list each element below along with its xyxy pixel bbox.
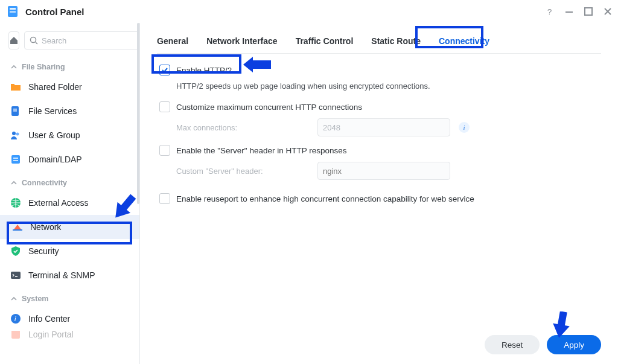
shield-icon: [10, 245, 22, 257]
server-header-checkbox[interactable]: [159, 145, 170, 156]
maximize-icon[interactable]: [584, 7, 593, 16]
globe-icon: [10, 197, 22, 209]
sidebar: File Sharing Shared Folder File Services…: [0, 23, 140, 364]
nav-label: Shared Folder: [28, 82, 82, 92]
group-label: System: [22, 295, 48, 303]
close-icon[interactable]: [604, 7, 612, 16]
group-label: File Sharing: [22, 63, 65, 71]
svg-rect-9: [13, 110, 17, 112]
svg-point-11: [16, 133, 19, 136]
nav-label: User & Group: [28, 130, 80, 140]
sidebar-group-connectivity[interactable]: Connectivity: [0, 171, 139, 191]
svg-text:?: ?: [547, 7, 552, 16]
svg-rect-15: [11, 272, 21, 279]
reset-button[interactable]: Reset: [485, 335, 540, 354]
svg-rect-1: [10, 8, 16, 10]
tab-connectivity[interactable]: Connectivity: [439, 30, 489, 53]
server-header-row: Enable the "Server" header in HTTP respo…: [159, 145, 601, 156]
chevron-up-icon: [11, 64, 17, 70]
loginportal-icon: [10, 331, 22, 340]
max-connections-label: Max connections:: [176, 123, 309, 132]
nav-label: Login Portal: [28, 331, 74, 339]
chevron-up-icon: [11, 180, 17, 186]
info-icon[interactable]: i: [459, 122, 470, 133]
usergroup-icon: [10, 129, 22, 141]
info-icon: i: [10, 313, 22, 325]
svg-rect-2: [10, 11, 16, 13]
apply-button[interactable]: Apply: [547, 335, 601, 354]
terminal-icon: [10, 269, 22, 281]
custom-header-label: Custom "Server" header:: [176, 167, 309, 176]
svg-point-6: [31, 37, 36, 43]
minimize-icon[interactable]: [565, 7, 573, 16]
sidebar-group-file-sharing[interactable]: File Sharing: [0, 56, 139, 75]
domain-icon: [10, 153, 22, 165]
svg-rect-18: [11, 331, 20, 339]
svg-rect-8: [13, 109, 17, 110]
svg-rect-5: [585, 8, 592, 15]
sidebar-item-info-center[interactable]: i Info Center: [0, 307, 139, 331]
sidebar-item-file-services[interactable]: File Services: [0, 99, 139, 123]
sidebar-item-login-portal[interactable]: Login Portal: [0, 331, 139, 342]
chevron-up-icon: [11, 296, 17, 302]
custom-header-input[interactable]: [317, 162, 450, 180]
nav-label: Network: [30, 222, 61, 232]
help-icon[interactable]: ?: [546, 7, 554, 16]
network-icon: [11, 221, 24, 233]
home-button[interactable]: [8, 31, 19, 49]
sidebar-item-shared-folder[interactable]: Shared Folder: [0, 75, 139, 99]
window-title: Control Panel: [25, 7, 546, 17]
svg-rect-14: [13, 229, 22, 231]
customize-max-row: Customize maximum concurrent HTTP connec…: [159, 101, 601, 112]
nav-label: Terminal & SNMP: [28, 270, 95, 280]
tabs: General Network Interface Traffic Contro…: [157, 30, 601, 54]
tab-network-interface[interactable]: Network Interface: [206, 30, 277, 53]
sidebar-item-external-access[interactable]: External Access: [0, 191, 139, 215]
enable-http2-label: Enable HTTP/2: [176, 66, 232, 75]
nav-label: Info Center: [28, 314, 70, 324]
nav-label: Domain/LDAP: [28, 155, 82, 164]
nav-label: Security: [28, 246, 59, 256]
sidebar-group-system[interactable]: System: [0, 287, 139, 307]
max-connections-input[interactable]: [317, 118, 450, 136]
search-icon: [30, 36, 38, 45]
sidebar-item-domain-ldap[interactable]: Domain/LDAP: [0, 147, 139, 171]
sidebar-item-user-group[interactable]: User & Group: [0, 123, 139, 147]
tab-traffic-control[interactable]: Traffic Control: [296, 30, 354, 53]
sidebar-item-terminal-snmp[interactable]: Terminal & SNMP: [0, 263, 139, 287]
tab-static-route[interactable]: Static Route: [371, 30, 421, 53]
tab-general[interactable]: General: [157, 30, 188, 53]
reuseport-label: Enable reuseport to enhance high concurr…: [176, 194, 474, 203]
svg-rect-12: [11, 155, 20, 164]
sidebar-item-network[interactable]: Network: [0, 215, 139, 239]
search-input[interactable]: [24, 31, 140, 49]
fileservices-icon: [10, 105, 22, 117]
nav-label: File Services: [28, 106, 77, 116]
reuseport-row: Enable reuseport to enhance high concurr…: [159, 193, 601, 204]
enable-http2-row: Enable HTTP/2: [159, 65, 601, 75]
svg-point-10: [12, 132, 16, 135]
svg-rect-4: [565, 11, 573, 13]
customize-max-checkbox[interactable]: [159, 101, 170, 112]
customize-max-label: Customize maximum concurrent HTTP connec…: [176, 103, 362, 112]
enable-http2-checkbox[interactable]: [159, 65, 170, 75]
nav-label: External Access: [28, 198, 89, 208]
sidebar-item-security[interactable]: Security: [0, 239, 139, 263]
reuseport-checkbox[interactable]: [159, 193, 170, 204]
server-header-label: Enable the "Server" header in HTTP respo…: [176, 146, 347, 155]
group-label: Connectivity: [22, 179, 67, 187]
folder-icon: [10, 81, 22, 93]
controlpanel-icon: [6, 5, 19, 18]
http2-description: HTTP/2 speeds up web page loading when u…: [176, 81, 601, 91]
